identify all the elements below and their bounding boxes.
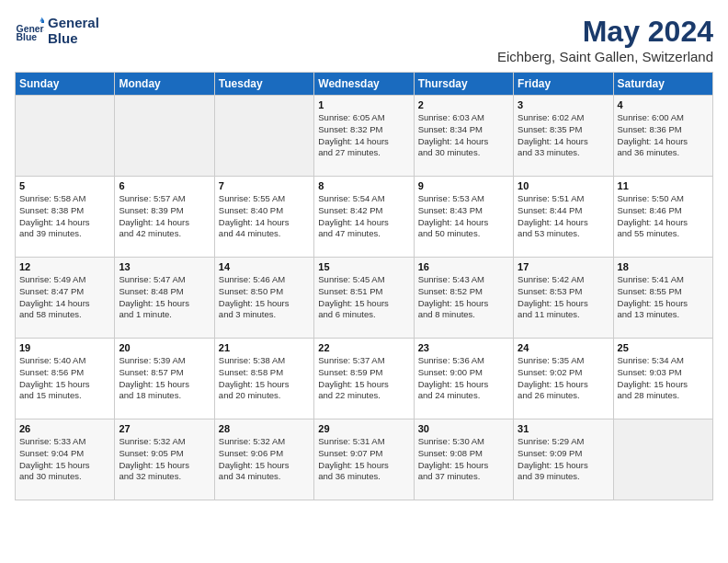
logo-blue: Blue (48, 30, 99, 46)
day-info: Sunrise: 5:50 AM Sunset: 8:46 PM Dayligh… (618, 193, 709, 240)
calendar-week-5: 26Sunrise: 5:33 AM Sunset: 9:04 PM Dayli… (16, 419, 713, 500)
calendar-cell: 14Sunrise: 5:46 AM Sunset: 8:50 PM Dayli… (214, 258, 313, 339)
day-info: Sunrise: 5:41 AM Sunset: 8:55 PM Dayligh… (618, 274, 709, 321)
day-info: Sunrise: 5:32 AM Sunset: 9:06 PM Dayligh… (219, 436, 310, 483)
day-number: 25 (618, 342, 709, 353)
calendar-week-2: 5Sunrise: 5:58 AM Sunset: 8:38 PM Daylig… (16, 177, 713, 258)
weekday-header-thursday: Thursday (414, 73, 513, 96)
day-number: 15 (318, 261, 409, 272)
day-info: Sunrise: 5:47 AM Sunset: 8:48 PM Dayligh… (119, 274, 210, 321)
calendar-cell: 24Sunrise: 5:35 AM Sunset: 9:02 PM Dayli… (514, 339, 613, 419)
day-info: Sunrise: 5:39 AM Sunset: 8:57 PM Dayligh… (119, 355, 210, 402)
day-info: Sunrise: 5:58 AM Sunset: 8:38 PM Dayligh… (19, 193, 110, 240)
day-info: Sunrise: 5:51 AM Sunset: 8:44 PM Dayligh… (518, 193, 609, 240)
logo-general: General (48, 15, 99, 30)
day-number: 21 (219, 342, 310, 353)
day-number: 27 (119, 423, 210, 434)
calendar-cell: 6Sunrise: 5:57 AM Sunset: 8:39 PM Daylig… (115, 177, 214, 258)
day-number: 28 (219, 423, 310, 434)
weekday-header-saturday: Saturday (613, 73, 712, 96)
day-number: 13 (119, 261, 210, 272)
calendar-cell: 7Sunrise: 5:55 AM Sunset: 8:40 PM Daylig… (214, 177, 313, 258)
day-number: 4 (618, 99, 709, 110)
calendar-cell (613, 419, 712, 500)
calendar-cell: 18Sunrise: 5:41 AM Sunset: 8:55 PM Dayli… (613, 258, 712, 339)
page-header: General Blue General Blue May 2024 Eichb… (15, 15, 713, 64)
day-number: 8 (318, 180, 409, 191)
day-info: Sunrise: 5:46 AM Sunset: 8:50 PM Dayligh… (219, 274, 310, 321)
weekday-header-monday: Monday (115, 73, 214, 96)
day-number: 5 (19, 180, 110, 191)
calendar-cell: 21Sunrise: 5:38 AM Sunset: 8:58 PM Dayli… (214, 339, 313, 419)
calendar-week-3: 12Sunrise: 5:49 AM Sunset: 8:47 PM Dayli… (16, 258, 713, 339)
calendar-cell: 31Sunrise: 5:29 AM Sunset: 9:09 PM Dayli… (514, 419, 613, 500)
calendar-week-4: 19Sunrise: 5:40 AM Sunset: 8:56 PM Dayli… (16, 339, 713, 419)
day-number: 26 (19, 423, 110, 434)
calendar-cell (214, 96, 313, 177)
day-info: Sunrise: 5:43 AM Sunset: 8:52 PM Dayligh… (418, 274, 509, 321)
calendar-table: SundayMondayTuesdayWednesdayThursdayFrid… (15, 72, 713, 500)
day-info: Sunrise: 5:29 AM Sunset: 9:09 PM Dayligh… (518, 436, 609, 483)
day-number: 1 (318, 99, 409, 110)
day-number: 14 (219, 261, 310, 272)
weekday-header-friday: Friday (514, 73, 613, 96)
day-number: 18 (618, 261, 709, 272)
calendar-cell: 30Sunrise: 5:30 AM Sunset: 9:08 PM Dayli… (414, 419, 513, 500)
calendar-cell: 27Sunrise: 5:32 AM Sunset: 9:05 PM Dayli… (115, 419, 214, 500)
calendar-cell (16, 96, 115, 177)
day-info: Sunrise: 5:42 AM Sunset: 8:53 PM Dayligh… (518, 274, 609, 321)
day-info: Sunrise: 5:57 AM Sunset: 8:39 PM Dayligh… (119, 193, 210, 240)
day-info: Sunrise: 5:49 AM Sunset: 8:47 PM Dayligh… (19, 274, 110, 321)
calendar-cell: 4Sunrise: 6:00 AM Sunset: 8:36 PM Daylig… (613, 96, 712, 177)
day-number: 12 (19, 261, 110, 272)
day-info: Sunrise: 6:02 AM Sunset: 8:35 PM Dayligh… (518, 112, 609, 159)
day-info: Sunrise: 5:37 AM Sunset: 8:59 PM Dayligh… (318, 355, 409, 402)
calendar-cell: 23Sunrise: 5:36 AM Sunset: 9:00 PM Dayli… (414, 339, 513, 419)
day-info: Sunrise: 5:54 AM Sunset: 8:42 PM Dayligh… (318, 193, 409, 240)
weekday-header-row: SundayMondayTuesdayWednesdayThursdayFrid… (16, 73, 713, 96)
day-number: 7 (219, 180, 310, 191)
day-info: Sunrise: 5:36 AM Sunset: 9:00 PM Dayligh… (418, 355, 509, 402)
day-number: 10 (518, 180, 609, 191)
calendar-cell: 8Sunrise: 5:54 AM Sunset: 8:42 PM Daylig… (314, 177, 414, 258)
main-title: May 2024 (497, 15, 713, 49)
day-info: Sunrise: 5:38 AM Sunset: 8:58 PM Dayligh… (219, 355, 310, 402)
calendar-cell: 2Sunrise: 6:03 AM Sunset: 8:34 PM Daylig… (414, 96, 513, 177)
day-info: Sunrise: 5:30 AM Sunset: 9:08 PM Dayligh… (418, 436, 509, 483)
day-info: Sunrise: 5:55 AM Sunset: 8:40 PM Dayligh… (219, 193, 310, 240)
day-number: 23 (418, 342, 509, 353)
title-block: May 2024 Eichberg, Saint Gallen, Switzer… (497, 15, 713, 64)
calendar-cell: 19Sunrise: 5:40 AM Sunset: 8:56 PM Dayli… (16, 339, 115, 419)
calendar-cell: 20Sunrise: 5:39 AM Sunset: 8:57 PM Dayli… (115, 339, 214, 419)
calendar-cell: 12Sunrise: 5:49 AM Sunset: 8:47 PM Dayli… (16, 258, 115, 339)
calendar-cell: 16Sunrise: 5:43 AM Sunset: 8:52 PM Dayli… (414, 258, 513, 339)
weekday-header-wednesday: Wednesday (314, 73, 414, 96)
calendar-cell: 17Sunrise: 5:42 AM Sunset: 8:53 PM Dayli… (514, 258, 613, 339)
day-number: 30 (418, 423, 509, 434)
day-number: 31 (518, 423, 609, 434)
calendar-cell: 22Sunrise: 5:37 AM Sunset: 8:59 PM Dayli… (314, 339, 414, 419)
day-number: 17 (518, 261, 609, 272)
calendar-cell: 29Sunrise: 5:31 AM Sunset: 9:07 PM Dayli… (314, 419, 414, 500)
day-number: 22 (318, 342, 409, 353)
subtitle: Eichberg, Saint Gallen, Switzerland (497, 49, 713, 64)
calendar-cell: 5Sunrise: 5:58 AM Sunset: 8:38 PM Daylig… (16, 177, 115, 258)
day-number: 29 (318, 423, 409, 434)
calendar-cell (115, 96, 214, 177)
svg-text:Blue: Blue (17, 32, 38, 42)
calendar-cell: 25Sunrise: 5:34 AM Sunset: 9:03 PM Dayli… (613, 339, 712, 419)
calendar-cell: 3Sunrise: 6:02 AM Sunset: 8:35 PM Daylig… (514, 96, 613, 177)
calendar-cell: 13Sunrise: 5:47 AM Sunset: 8:48 PM Dayli… (115, 258, 214, 339)
day-info: Sunrise: 6:05 AM Sunset: 8:32 PM Dayligh… (318, 112, 409, 159)
calendar-cell: 9Sunrise: 5:53 AM Sunset: 8:43 PM Daylig… (414, 177, 513, 258)
day-info: Sunrise: 5:34 AM Sunset: 9:03 PM Dayligh… (618, 355, 709, 402)
day-info: Sunrise: 5:53 AM Sunset: 8:43 PM Dayligh… (418, 193, 509, 240)
calendar-cell: 11Sunrise: 5:50 AM Sunset: 8:46 PM Dayli… (613, 177, 712, 258)
weekday-header-sunday: Sunday (16, 73, 115, 96)
day-info: Sunrise: 6:03 AM Sunset: 8:34 PM Dayligh… (418, 112, 509, 159)
day-info: Sunrise: 5:45 AM Sunset: 8:51 PM Dayligh… (318, 274, 409, 321)
day-number: 3 (518, 99, 609, 110)
logo-icon: General Blue (15, 16, 44, 45)
calendar-cell: 26Sunrise: 5:33 AM Sunset: 9:04 PM Dayli… (16, 419, 115, 500)
day-info: Sunrise: 5:35 AM Sunset: 9:02 PM Dayligh… (518, 355, 609, 402)
